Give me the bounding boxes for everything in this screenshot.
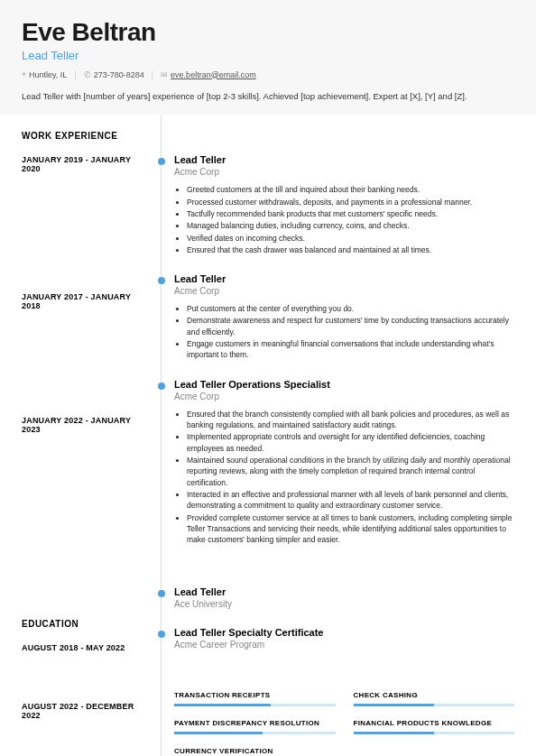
education-label: EDUCATION xyxy=(22,619,150,629)
date-range: AUGUST 2022 - DECEMBER 2022 xyxy=(22,702,150,742)
email: ✉eve.beltran@email.com xyxy=(161,70,256,79)
job-title-header: Lead Teller xyxy=(22,49,514,62)
skill-bar xyxy=(354,732,515,734)
skill: PAYMENT DISCREPANCY RESOLUTION xyxy=(174,719,336,734)
work-entry: Lead Teller Acme Corp Greeted customers … xyxy=(174,154,514,255)
bullets: Ensured that the branch consistently com… xyxy=(174,409,514,546)
skill-fill xyxy=(174,732,263,734)
name: Eve Beltran xyxy=(22,18,514,47)
separator: | xyxy=(152,70,153,79)
bullet: Ensured that the cash drawer was balance… xyxy=(187,244,514,255)
bullet: Greeted customers at the till and inquir… xyxy=(187,184,514,195)
bullet: Tactfully recommended bank products that… xyxy=(187,208,514,219)
company: Acme Corp xyxy=(174,286,514,296)
job-title: Lead Teller xyxy=(174,154,514,165)
pin-icon: ⌖ xyxy=(22,69,26,79)
skill: TRANSACTION RECEIPTS xyxy=(174,691,336,706)
education-entry: Lead Teller Specialty Certificate Acme C… xyxy=(174,627,514,650)
work-entry: Lead Teller Acme Corp Put customers at t… xyxy=(174,273,514,361)
skill-name: CURRENCY VERIFICATION xyxy=(174,747,336,755)
company: Acme Corp xyxy=(174,392,514,401)
bullet: Provided complete customer service at al… xyxy=(187,512,514,546)
date-range: JANUARY 2017 - JANUARY 2018 xyxy=(22,292,150,398)
work-experience-label: WORK EXPERIENCE xyxy=(22,131,150,141)
date-text: AUGUST 2018 - MAY 2022 xyxy=(22,643,150,652)
right-column: Lead Teller Acme Corp Greeted customers … xyxy=(162,115,514,756)
timeline-dot xyxy=(158,158,165,165)
bullets: Greeted customers at the till and inquir… xyxy=(174,184,514,255)
bullet: Verified dates on incoming checks. xyxy=(187,233,514,244)
company: Acme Corp xyxy=(174,167,514,177)
body: WORK EXPERIENCE JANUARY 2019 - JANUARY 2… xyxy=(0,115,536,756)
skill-fill xyxy=(174,704,271,706)
bullet: Ensured that the branch consistently com… xyxy=(187,409,514,431)
timeline-dot xyxy=(158,383,165,390)
skill-name: PAYMENT DISCREPANCY RESOLUTION xyxy=(174,719,336,727)
job-title: Lead Teller xyxy=(174,273,514,284)
date-range: JANUARY 2022 - JANUARY 2023 xyxy=(22,416,150,601)
bullet: Put customers at the center of everythin… xyxy=(187,303,514,314)
bullet: Implemented appropriate controls and ove… xyxy=(187,431,514,454)
bullet: Demonstrate awareness and respect for cu… xyxy=(187,315,514,337)
phone-icon: ✆ xyxy=(84,70,91,79)
degree-title: Lead Teller xyxy=(174,586,514,597)
skill-name: FINANCIAL PRODUCTS KNOWLEDGE xyxy=(354,719,515,727)
job-title: Lead Teller Operations Specialist xyxy=(174,379,514,390)
separator: | xyxy=(74,70,76,79)
bullet: Interacted in an effective and professio… xyxy=(187,489,514,512)
skill: FINANCIAL PRODUCTS KNOWLEDGE xyxy=(354,719,515,734)
header: Eve Beltran Lead Teller ⌖Huntley, IL | ✆… xyxy=(0,0,536,115)
bullet: Processed customer withdrawals, deposits… xyxy=(187,197,514,207)
school: Acme Career Program xyxy=(174,640,514,650)
skill-bar xyxy=(174,732,336,734)
phone: ✆273-780-8284 xyxy=(84,70,144,79)
skill: CURRENCY VERIFICATION xyxy=(174,747,336,756)
bullet: Maintained sound operational conditions … xyxy=(187,455,514,488)
education-entry: Lead Teller Ace University xyxy=(174,586,514,609)
bullet: Engage customers in meaningful financial… xyxy=(187,338,514,361)
date-text: AUGUST 2022 - DECEMBER 2022 xyxy=(22,702,150,720)
resume-page: Eve Beltran Lead Teller ⌖Huntley, IL | ✆… xyxy=(0,0,536,756)
skill-name: CHECK CASHING xyxy=(354,691,515,699)
skill-fill xyxy=(354,732,434,734)
contact-row: ⌖Huntley, IL | ✆273-780-8284 | ✉eve.belt… xyxy=(22,69,514,79)
summary: Lead Teller with [number of years] exper… xyxy=(22,90,514,102)
location: ⌖Huntley, IL xyxy=(22,69,67,79)
skill-fill xyxy=(354,704,434,706)
skill-name: TRANSACTION RECEIPTS xyxy=(174,691,336,699)
date-text: JANUARY 2019 - JANUARY 2020 xyxy=(22,155,150,173)
date-range: AUGUST 2018 - MAY 2022 xyxy=(22,643,150,684)
date-range: JANUARY 2019 - JANUARY 2020 xyxy=(22,155,150,274)
email-link[interactable]: eve.beltran@email.com xyxy=(171,70,256,79)
date-text: JANUARY 2022 - JANUARY 2023 xyxy=(22,416,150,434)
bullets: Put customers at the center of everythin… xyxy=(174,303,514,361)
skills-grid: TRANSACTION RECEIPTS CHECK CASHING PAYME… xyxy=(174,691,514,756)
bullet: Managed balancing duties, including curr… xyxy=(187,220,514,231)
skill-bar xyxy=(174,704,336,706)
skill-bar xyxy=(354,704,515,706)
work-entry: Lead Teller Operations Specialist Acme C… xyxy=(174,379,514,546)
degree-title: Lead Teller Specialty Certificate xyxy=(174,627,514,638)
skill: CHECK CASHING xyxy=(354,691,515,706)
left-column: WORK EXPERIENCE JANUARY 2019 - JANUARY 2… xyxy=(22,115,162,756)
school: Ace University xyxy=(174,599,514,609)
mail-icon: ✉ xyxy=(161,70,168,79)
timeline-dot xyxy=(158,277,165,284)
date-text: JANUARY 2017 - JANUARY 2018 xyxy=(22,292,150,310)
